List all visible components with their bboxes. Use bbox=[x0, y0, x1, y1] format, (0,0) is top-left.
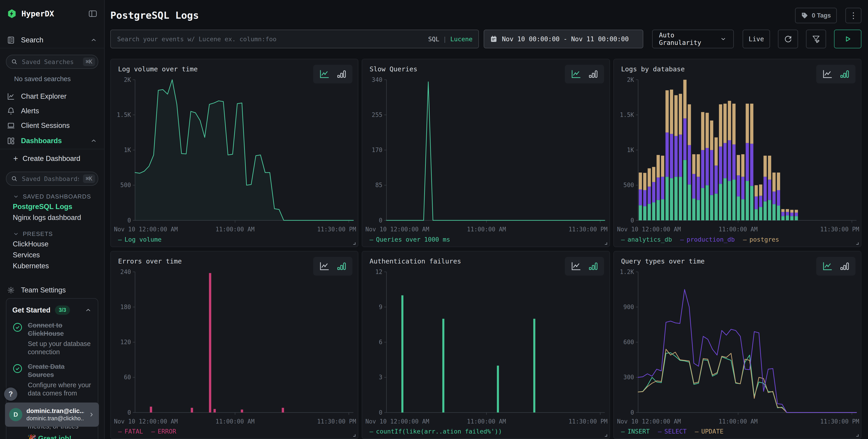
bar bbox=[497, 366, 499, 413]
resize-handle-icon[interactable] bbox=[351, 433, 356, 437]
get-started-title: Get Started bbox=[12, 306, 51, 314]
bar-segment-postgres bbox=[665, 90, 669, 132]
line-series-SELECT bbox=[638, 289, 857, 412]
line-chart-icon[interactable] bbox=[822, 69, 833, 79]
bar-chart-icon[interactable] bbox=[336, 69, 346, 79]
sidebar-preset-kubernetes[interactable]: Kubernetes bbox=[13, 260, 104, 272]
legend-item[interactable]: —analytics_db bbox=[621, 236, 672, 243]
sidebar-item-team-settings[interactable]: Team Settings bbox=[0, 283, 104, 297]
bar-segment-analytics_db bbox=[754, 209, 758, 220]
create-dashboard-button[interactable]: + Create Dashboard bbox=[0, 152, 104, 165]
user-name: dominic.tran@clic... bbox=[26, 408, 84, 415]
refresh-button[interactable] bbox=[778, 30, 798, 48]
bar-segment-production_db bbox=[719, 147, 722, 184]
filter-button[interactable] bbox=[806, 30, 826, 48]
query-language-toggle: SQL | Lucene bbox=[428, 36, 472, 43]
sql-toggle[interactable]: SQL bbox=[428, 36, 439, 43]
bar-segment-postgres bbox=[764, 156, 767, 177]
saved-searches-field[interactable] bbox=[22, 58, 79, 66]
date-range-value: Nov 10 00:00:00 - Nov 11 00:00:00 bbox=[502, 35, 629, 43]
sidebar-preset-services[interactable]: Services bbox=[13, 250, 104, 260]
y-tick-label: 1.5K bbox=[117, 112, 131, 118]
legend-item[interactable]: —INSERT bbox=[621, 428, 650, 435]
legend-item[interactable]: —SELECT bbox=[658, 428, 687, 435]
chart-view-toggle bbox=[816, 257, 856, 276]
legend-item[interactable]: —FATAL bbox=[118, 428, 143, 435]
bar-chart-icon[interactable] bbox=[336, 261, 346, 271]
y-tick-label: 255 bbox=[372, 112, 382, 118]
legend-item[interactable]: —postgres bbox=[743, 236, 779, 243]
live-button[interactable]: Live bbox=[743, 30, 770, 48]
sidebar-item-client-sessions[interactable]: Client Sessions bbox=[0, 118, 104, 133]
chart-legend: —Log volume bbox=[118, 236, 162, 243]
presets-header[interactable]: PRESETS bbox=[13, 229, 104, 239]
sidebar-section-dashboards[interactable]: Dashboards bbox=[0, 133, 104, 149]
bar-chart-icon[interactable] bbox=[839, 261, 849, 271]
bar-segment-postgres bbox=[723, 104, 726, 143]
bar-segment-analytics_db bbox=[764, 201, 767, 220]
granularity-dropdown[interactable]: Auto Granularity bbox=[652, 30, 734, 48]
y-tick-label: 600 bbox=[623, 339, 634, 346]
sidebar-section-search[interactable]: Search bbox=[0, 32, 104, 48]
get-started-item-sources[interactable]: Create Data Sources Configure where your… bbox=[12, 363, 92, 397]
sidebar-preset-clickhouse[interactable]: ClickHouse bbox=[13, 239, 104, 250]
chart-plot: 085170255340Nov 10 12:00:00 AM11:00:00 A… bbox=[362, 59, 609, 247]
bar-segment-analytics_db bbox=[696, 200, 700, 220]
saved-dashboards-field[interactable] bbox=[22, 175, 79, 183]
search-icon bbox=[11, 175, 18, 182]
sidebar-dashboard-postgresql-logs[interactable]: PostgreSQL Logs bbox=[13, 201, 104, 212]
y-tick-label: 300 bbox=[623, 374, 634, 381]
y-tick-label: 60 bbox=[124, 374, 131, 381]
resize-handle-icon[interactable] bbox=[855, 241, 859, 245]
saved-searches-input[interactable]: ⌘K bbox=[6, 55, 98, 69]
legend-item[interactable]: —UPDATE bbox=[695, 428, 723, 435]
sidebar-dashboard-nginx-logs[interactable]: Nginx logs dashboard bbox=[13, 212, 104, 223]
more-options-button[interactable]: ⋮ bbox=[845, 8, 861, 23]
legend-item[interactable]: —production_db bbox=[680, 236, 735, 243]
bar-chart-icon[interactable] bbox=[839, 69, 849, 79]
bar-segment-analytics_db bbox=[768, 200, 771, 220]
resize-handle-icon[interactable] bbox=[603, 433, 608, 437]
sidebar-item-chart-explorer[interactable]: Chart Explorer bbox=[0, 89, 104, 104]
sidebar-collapse-icon[interactable] bbox=[88, 9, 97, 18]
get-started-header[interactable]: Get Started 3/3 bbox=[12, 306, 92, 315]
bar-segment-production_db bbox=[764, 177, 767, 201]
event-search-input[interactable] bbox=[117, 35, 424, 43]
dashboards-grid-icon bbox=[7, 137, 15, 145]
sidebar: HyperDX Search ⌘K No saved searches bbox=[0, 0, 104, 439]
legend-item[interactable]: —ERROR bbox=[151, 428, 177, 435]
bar-segment-production_db bbox=[754, 196, 758, 209]
event-search-box[interactable]: SQL | Lucene bbox=[110, 30, 479, 48]
bar-segment-postgres bbox=[706, 113, 709, 148]
tags-button[interactable]: 0 Tags bbox=[795, 8, 837, 23]
legend-item[interactable]: —Queries over 1000 ms bbox=[370, 236, 450, 243]
y-tick-label: 1.2K bbox=[620, 268, 634, 275]
y-tick-label: 900 bbox=[623, 303, 634, 310]
sidebar-item-alerts[interactable]: Alerts bbox=[0, 104, 104, 118]
line-chart-icon[interactable] bbox=[571, 69, 581, 79]
bar-chart-icon[interactable] bbox=[588, 69, 598, 79]
bar-segment-analytics_db bbox=[790, 216, 794, 220]
saved-dashboards-header[interactable]: SAVED DASHBOARDS bbox=[13, 192, 104, 201]
line-chart-icon[interactable] bbox=[319, 69, 330, 79]
run-query-button[interactable] bbox=[834, 30, 861, 48]
line-chart-icon[interactable] bbox=[319, 261, 330, 271]
resize-handle-icon[interactable] bbox=[603, 241, 608, 245]
line-chart-icon[interactable] bbox=[571, 261, 581, 271]
get-started-item-connect[interactable]: Connect to ClickHouse Set up your databa… bbox=[12, 321, 92, 356]
chart-plot: 05001K1.5K2KNov 10 12:00:00 AM11:00:00 A… bbox=[111, 59, 358, 247]
help-button[interactable]: ? bbox=[4, 387, 17, 401]
bar bbox=[191, 408, 193, 413]
user-menu[interactable]: D dominic.tran@clic... dominic.tran@clic… bbox=[5, 403, 99, 427]
legend-item[interactable]: —Log volume bbox=[118, 236, 162, 243]
bar-chart-icon[interactable] bbox=[588, 261, 598, 271]
lucene-toggle[interactable]: Lucene bbox=[450, 36, 472, 43]
date-range-picker[interactable]: Nov 10 00:00:00 - Nov 11 00:00:00 bbox=[484, 30, 643, 48]
saved-dashboards-input[interactable]: ⌘K bbox=[6, 171, 98, 186]
resize-handle-icon[interactable] bbox=[855, 433, 859, 437]
bar-segment-postgres bbox=[692, 154, 695, 174]
resize-handle-icon[interactable] bbox=[351, 241, 356, 245]
legend-item[interactable]: —countIf(like(arr..ation failed%')) bbox=[370, 428, 502, 435]
bar-segment-production_db bbox=[692, 174, 695, 198]
line-chart-icon[interactable] bbox=[822, 261, 833, 271]
